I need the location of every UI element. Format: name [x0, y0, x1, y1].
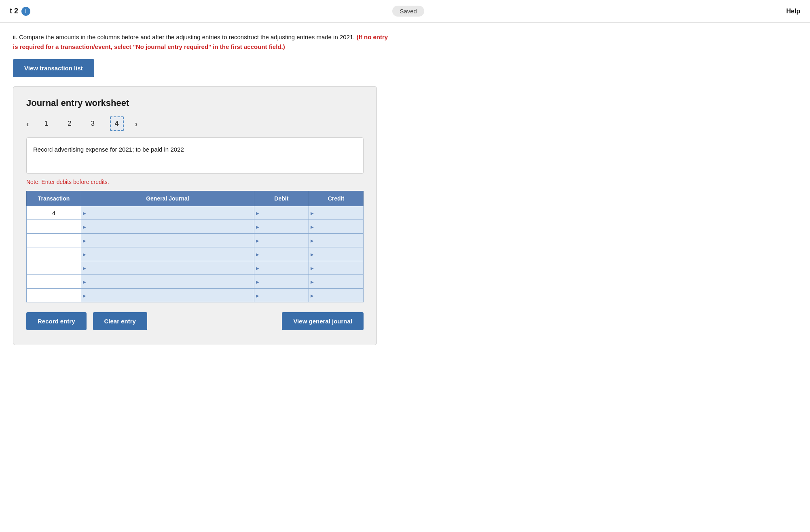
input-credit-6[interactable]: [309, 289, 363, 302]
note-text: Note: Enter debits before credits.: [26, 179, 364, 185]
input-debit-4[interactable]: [254, 261, 309, 274]
top-bar: t 2 i Saved Help: [0, 0, 810, 23]
input-credit-4[interactable]: [309, 261, 363, 274]
worksheet-title: Journal entry worksheet: [26, 98, 364, 108]
input-general-3[interactable]: [81, 247, 254, 261]
col-header-general-journal: General Journal: [81, 191, 254, 206]
input-credit-2[interactable]: [309, 234, 363, 247]
cell-debit-6[interactable]: [254, 289, 309, 302]
cell-debit-0[interactable]: [254, 206, 309, 220]
col-header-debit: Debit: [254, 191, 309, 206]
input-credit-5[interactable]: [309, 275, 363, 288]
cell-credit-1[interactable]: [309, 220, 363, 234]
app-title: t 2: [10, 7, 18, 15]
input-debit-2[interactable]: [254, 234, 309, 247]
cell-transaction-3: [27, 247, 81, 261]
cell-general-6[interactable]: [81, 289, 254, 302]
tab-3[interactable]: 3: [87, 117, 99, 130]
tab-next-arrow[interactable]: ›: [135, 119, 138, 129]
view-general-journal-button[interactable]: View general journal: [282, 312, 364, 330]
cell-general-5[interactable]: [81, 275, 254, 289]
description-box: Record advertising expense for 2021; to …: [26, 137, 364, 174]
input-general-4[interactable]: [81, 261, 254, 274]
view-transaction-list-button[interactable]: View transaction list: [13, 59, 94, 77]
cell-credit-5[interactable]: [309, 275, 363, 289]
table-row: [27, 275, 364, 289]
cell-debit-1[interactable]: [254, 220, 309, 234]
instructions: ii. Compare the amounts in the columns b…: [13, 32, 391, 52]
input-general-6[interactable]: [81, 289, 254, 302]
tab-4[interactable]: 4: [110, 116, 123, 131]
cell-credit-4[interactable]: [309, 261, 363, 275]
input-credit-3[interactable]: [309, 247, 363, 261]
top-bar-left: t 2 i: [10, 7, 30, 16]
cell-credit-0[interactable]: [309, 206, 363, 220]
cell-debit-3[interactable]: [254, 247, 309, 261]
tab-nav: ‹ 1 2 3 4 ›: [26, 116, 364, 131]
table-row: 4: [27, 206, 364, 220]
table-row: [27, 261, 364, 275]
cell-transaction-0: 4: [27, 206, 81, 220]
cell-credit-2[interactable]: [309, 234, 363, 247]
tab-1[interactable]: 1: [40, 117, 52, 130]
cell-general-0[interactable]: [81, 206, 254, 220]
main-content: ii. Compare the amounts in the columns b…: [0, 23, 404, 355]
input-general-2[interactable]: [81, 234, 254, 247]
table-row: [27, 220, 364, 234]
input-credit-0[interactable]: [309, 206, 363, 220]
help-link[interactable]: Help: [786, 8, 800, 15]
instructions-partial: ii. Compare the amounts in the columns b…: [13, 34, 355, 40]
cell-general-3[interactable]: [81, 247, 254, 261]
cell-debit-4[interactable]: [254, 261, 309, 275]
input-debit-0[interactable]: [254, 206, 309, 220]
cell-debit-2[interactable]: [254, 234, 309, 247]
tab-prev-arrow[interactable]: ‹: [26, 119, 29, 129]
cell-transaction-4: [27, 261, 81, 275]
table-row: [27, 234, 364, 247]
tab-2[interactable]: 2: [63, 117, 75, 130]
cell-credit-6[interactable]: [309, 289, 363, 302]
input-debit-3[interactable]: [254, 247, 309, 261]
col-header-transaction: Transaction: [27, 191, 81, 206]
input-general-1[interactable]: [81, 220, 254, 233]
cell-transaction-1: [27, 220, 81, 234]
cell-transaction-6: [27, 289, 81, 302]
cell-credit-3[interactable]: [309, 247, 363, 261]
info-icon[interactable]: i: [21, 7, 30, 16]
table-row: [27, 289, 364, 302]
input-debit-5[interactable]: [254, 275, 309, 288]
cell-transaction-2: [27, 234, 81, 247]
input-debit-6[interactable]: [254, 289, 309, 302]
input-debit-1[interactable]: [254, 220, 309, 233]
record-entry-button[interactable]: Record entry: [26, 312, 87, 330]
table-row: [27, 247, 364, 261]
cell-general-1[interactable]: [81, 220, 254, 234]
cell-debit-5[interactable]: [254, 275, 309, 289]
saved-badge: Saved: [392, 6, 424, 17]
col-header-credit: Credit: [309, 191, 363, 206]
cell-general-4[interactable]: [81, 261, 254, 275]
cell-transaction-5: [27, 275, 81, 289]
journal-table: Transaction General Journal Debit Credit…: [26, 191, 364, 302]
bottom-buttons: Record entry Clear entry View general jo…: [26, 312, 364, 330]
cell-general-2[interactable]: [81, 234, 254, 247]
input-general-0[interactable]: [81, 206, 254, 220]
input-general-5[interactable]: [81, 275, 254, 288]
clear-entry-button[interactable]: Clear entry: [93, 312, 147, 330]
worksheet-container: Journal entry worksheet ‹ 1 2 3 4 › Reco…: [13, 86, 377, 345]
input-credit-1[interactable]: [309, 220, 363, 233]
